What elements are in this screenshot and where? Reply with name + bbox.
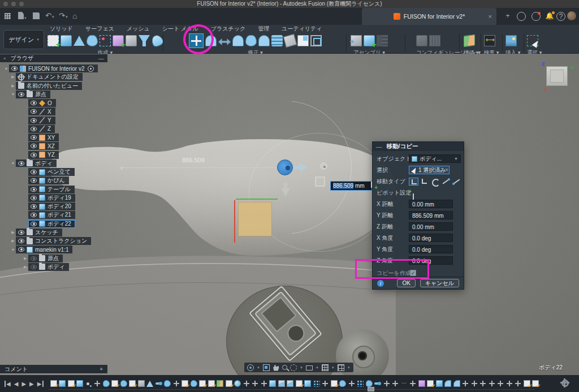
timeline-feature-mv-51[interactable]: [497, 380, 504, 387]
timeline-feature-sk-18[interactable]: [208, 380, 215, 387]
tree-item-ボディ22[interactable]: ボディ22: [23, 220, 75, 228]
user-avatar[interactable]: [567, 11, 577, 21]
collapse-icon[interactable]: ▼: [10, 92, 16, 96]
visibility-eye-icon[interactable]: [18, 230, 24, 235]
tree-item-XZ[interactable]: XZ: [23, 142, 59, 150]
chevron-down-icon[interactable]: ▼: [300, 366, 303, 369]
move-arrow-down-handle[interactable]: [281, 188, 290, 196]
selected-face-highlight[interactable]: [239, 203, 271, 236]
tree-item-ボディ20[interactable]: ボディ20: [23, 203, 75, 210]
tree-item-ボディ[interactable]: ▼ボディ: [10, 160, 57, 167]
play-icon[interactable]: ▶: [21, 381, 26, 387]
chevron-down-icon[interactable]: ▼: [347, 366, 351, 369]
timeline-feature-sk-32[interactable]: [331, 380, 338, 387]
fit-view-icon[interactable]: [290, 364, 297, 371]
timeline-feature-pt-4[interactable]: [85, 380, 92, 387]
pan-hand-icon[interactable]: [273, 364, 279, 371]
visibility-eye-icon[interactable]: [18, 161, 24, 166]
close-tab-icon[interactable]: ×: [489, 13, 492, 20]
dialog-minimize-icon[interactable]: —: [376, 143, 382, 150]
nested-offset-icon[interactable]: [310, 35, 322, 46]
timeline-feature-bd-1[interactable]: [59, 380, 66, 387]
fillet-icon[interactable]: [245, 35, 257, 46]
move-type-point-to-point-icon[interactable]: [441, 178, 451, 186]
clear-selection-icon[interactable]: ×: [445, 167, 448, 173]
visibility-eye-icon[interactable]: [31, 118, 37, 123]
visibility-eye-icon[interactable]: [31, 153, 37, 157]
new-tab-button[interactable]: +: [503, 12, 512, 21]
config-cube-icon[interactable]: [416, 35, 427, 46]
timeline-feature-mv-38[interactable]: [383, 380, 390, 387]
face-icon[interactable]: [297, 35, 309, 46]
timeline-feature-fm-33[interactable]: [339, 380, 346, 387]
visibility-off-icon[interactable]: [31, 265, 37, 269]
select-tool-icon[interactable]: [527, 35, 538, 46]
timeline-feature-pl-10[interactable]: [138, 380, 145, 387]
tilt-cube-icon[interactable]: [283, 34, 297, 48]
tree-item-ドキュメントの設定[interactable]: ▶ドキュメントの設定: [10, 73, 83, 81]
visibility-eye-icon[interactable]: [31, 135, 37, 140]
collapse-icon[interactable]: ▼: [10, 248, 16, 252]
z-distance-field[interactable]: 0.00 mm: [409, 222, 453, 231]
visibility-eye-icon[interactable]: [31, 213, 37, 217]
timeline-scrubber[interactable]: [368, 387, 374, 391]
add-comment-button[interactable]: +: [100, 366, 103, 372]
move-type-translate-icon[interactable]: [420, 178, 429, 186]
timeline-feature-sk-2[interactable]: [68, 380, 75, 387]
visibility-eye-icon[interactable]: [31, 109, 37, 114]
notifications-bell-icon[interactable]: 🔔: [545, 12, 554, 21]
timeline-feature-mv-41[interactable]: [409, 380, 416, 387]
timeline-feature-mv-49[interactable]: [479, 380, 486, 387]
timeline-feature-sk-55[interactable]: [532, 380, 539, 387]
expand-icon[interactable]: ▶: [10, 84, 16, 88]
timeline-feature-mv-31[interactable]: [322, 380, 329, 387]
step-back-icon[interactable]: ◀: [14, 381, 19, 387]
object-type-dropdown[interactable]: ボディ... ▼: [409, 154, 461, 163]
visibility-eye-icon[interactable]: [18, 92, 24, 97]
timeline-feature-mv-24[interactable]: [261, 380, 267, 387]
visibility-eye-icon[interactable]: [31, 127, 37, 131]
timeline-feature-fl-46[interactable]: [453, 380, 460, 387]
move-type-rotate-icon[interactable]: [430, 178, 440, 186]
timeline-feature-fm-6[interactable]: [103, 380, 110, 387]
sketch-dimension-icon[interactable]: [100, 35, 111, 46]
visibility-eye-icon[interactable]: [31, 187, 37, 192]
grid-settings-icon[interactable]: [322, 364, 329, 371]
measure-icon[interactable]: [484, 35, 495, 46]
tree-item-スケッチ[interactable]: ▶スケッチ: [10, 229, 62, 236]
minimize-panel-icon[interactable]: —: [98, 55, 104, 62]
tree-item-Y[interactable]: Y: [23, 117, 55, 124]
orbit-icon[interactable]: [247, 364, 254, 371]
expand-icon[interactable]: ▶: [10, 239, 16, 243]
viewcube-z-label[interactable]: Z: [542, 61, 545, 67]
timeline-feature-sk-54[interactable]: [524, 380, 530, 387]
visibility-eye-icon[interactable]: [31, 144, 37, 148]
go-to-start-icon[interactable]: ◀: [5, 381, 11, 387]
timeline-feature-ap-19[interactable]: [217, 380, 223, 387]
tree-item-原点[interactable]: ▶原点: [23, 255, 63, 262]
mesh-cube-icon[interactable]: [113, 35, 124, 46]
expand-icon[interactable]: ▶: [10, 75, 16, 79]
viewcube-x-label[interactable]: X: [545, 87, 548, 92]
step-forward-icon[interactable]: ▶: [29, 381, 34, 387]
selection-chip[interactable]: 1 選択済み: [409, 166, 450, 174]
chevron-down-icon[interactable]: ▼: [316, 366, 319, 369]
timeline-feature-mv-14[interactable]: [173, 380, 180, 387]
tree-item-FUISON for Interior v2[interactable]: ▼FUISON for Interior v2: [3, 64, 98, 72]
tree-item-O[interactable]: O: [23, 99, 56, 107]
visibility-eye-icon[interactable]: [18, 247, 24, 252]
ribbon-tab-0[interactable]: ソリッド: [50, 25, 73, 33]
expand-icon[interactable]: ▶: [23, 265, 28, 269]
distance-value-input[interactable]: 886.509 mm: [330, 181, 372, 191]
visibility-eye-icon[interactable]: [31, 204, 37, 209]
tree-item-ボディ19[interactable]: ボディ19: [23, 194, 75, 202]
rotate-handle[interactable]: [320, 162, 327, 170]
save-icon[interactable]: [33, 11, 40, 21]
expand-icon[interactable]: ▶: [23, 256, 28, 261]
timeline-feature-fl-45[interactable]: [444, 380, 451, 387]
ribbon-tab-5[interactable]: 管理: [258, 25, 269, 33]
collapse-panel-icon[interactable]: «: [3, 56, 6, 61]
timeline-feature-dt-40[interactable]: ⋯: [401, 380, 408, 387]
tree-item-ボディ21[interactable]: ボディ21: [23, 211, 75, 219]
y-angle-field[interactable]: 0.0 deg: [409, 245, 453, 253]
